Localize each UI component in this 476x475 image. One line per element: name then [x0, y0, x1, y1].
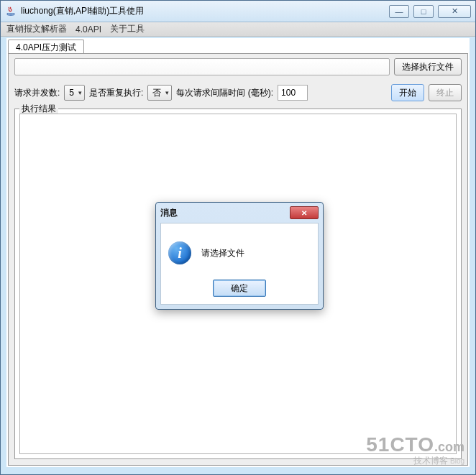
tab-strip: 4.0API压力测试: [6, 38, 470, 54]
window-title: liuchong(直销,API辅助)工具使用: [21, 5, 385, 17]
menu-about[interactable]: 关于工具: [107, 22, 147, 36]
info-icon: i: [168, 241, 191, 264]
menubar: 直销报文解析器 4.0API 关于工具: [1, 22, 475, 37]
repeat-select[interactable]: 否: [147, 85, 172, 101]
concurrency-select[interactable]: 5: [64, 85, 85, 101]
interval-input[interactable]: [278, 85, 308, 101]
ok-button[interactable]: 确定: [213, 280, 266, 297]
file-path-input[interactable]: [14, 58, 390, 75]
maximize-button[interactable]: □: [413, 5, 434, 18]
dialog-close-button[interactable]: ✕: [290, 206, 319, 219]
dialog-msg-row: i 请选择文件: [168, 231, 311, 275]
repeat-label: 是否重复执行:: [89, 87, 143, 99]
java-icon: [5, 6, 17, 17]
dialog-titlebar[interactable]: 消息 ✕: [156, 203, 323, 223]
menu-parser[interactable]: 直销报文解析器: [4, 22, 70, 36]
tab-stress-test[interactable]: 4.0API压力测试: [8, 40, 84, 54]
row-file: 选择执行文件: [9, 54, 467, 80]
start-button[interactable]: 开始: [391, 84, 424, 101]
message-dialog: 消息 ✕ i 请选择文件 确定: [155, 202, 324, 310]
titlebar[interactable]: liuchong(直销,API辅助)工具使用 — □ ✕: [1, 1, 475, 22]
dialog-body: i 请选择文件 确定: [160, 223, 319, 305]
concurrency-label: 请求并发数:: [14, 87, 60, 99]
dialog-buttons: 确定: [168, 275, 311, 297]
interval-label: 每次请求间隔时间 (毫秒):: [176, 87, 273, 99]
window-buttons: — □ ✕: [389, 5, 471, 18]
menu-api[interactable]: 4.0API: [73, 24, 104, 35]
dialog-title: 消息: [160, 207, 290, 219]
dialog-message: 请选择文件: [201, 247, 244, 259]
row-params: 请求并发数: 5 是否重复执行: 否 每次请求间隔时间 (毫秒): 开始 终止: [9, 80, 467, 106]
close-button[interactable]: ✕: [438, 5, 471, 18]
stop-button[interactable]: 终止: [429, 84, 462, 101]
choose-file-button[interactable]: 选择执行文件: [394, 58, 462, 75]
minimize-button[interactable]: —: [389, 5, 409, 18]
